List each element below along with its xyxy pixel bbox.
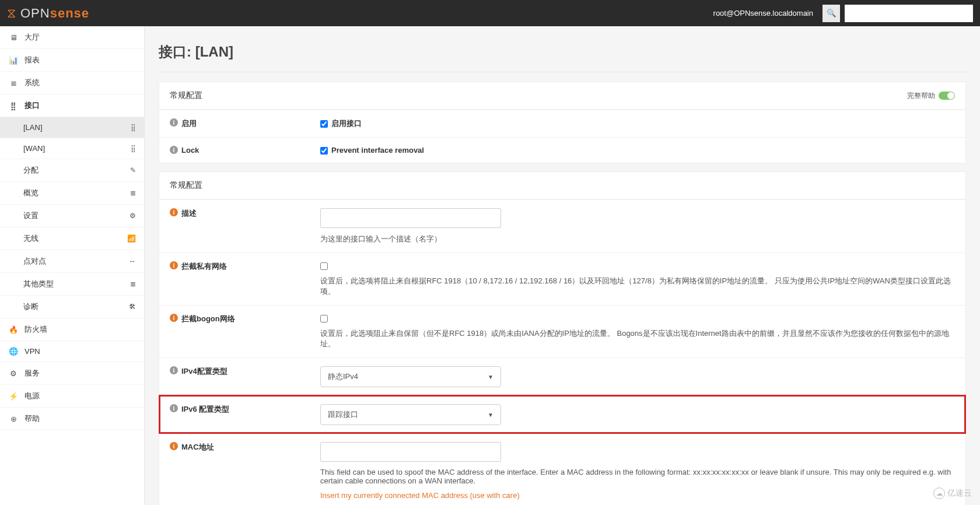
info-icon[interactable]: i [170,314,178,322]
sub-label: 分配 [23,165,38,176]
ipv4-value: 静态IPv4 [328,371,358,382]
sidebar-item-services[interactable]: ⚙服务 [0,362,144,385]
list-icon: ≣ [130,280,136,288]
desktop-icon: 🖥 [8,33,19,42]
gear-icon: ⚙ [8,369,19,378]
sub-label: 概览 [23,188,38,198]
search-button[interactable]: 🔍 [822,5,840,22]
page-title: 接口: [LAN] [159,37,966,72]
sub-label: 其他类型 [23,279,54,289]
info-icon[interactable]: i [170,208,178,216]
mac-input[interactable] [320,442,501,462]
content: 接口: [LAN] 常规配置 完整帮助 i启用 启用接口 iLock Preve… [145,26,980,505]
row-block-bogon: i拦截bogon网络 设置后，此选项阻止来自保留（但不是RFC 1918）或尚未… [159,305,965,357]
panel-header: 常规配置 完整帮助 [159,82,965,110]
logo[interactable]: ⧖ OPNsense [7,6,89,21]
sidebar-sub-settings[interactable]: 设置⚙ [0,205,144,227]
lifebuoy-icon: ⊕ [8,415,19,423]
watermark-text: 亿速云 [947,488,972,499]
sub-label: 诊断 [23,301,38,312]
row-enable: i启用 启用接口 [159,110,965,137]
description-input[interactable] [320,208,501,228]
sidebar-item-reports[interactable]: 📊报表 [0,49,144,72]
chart-icon: 📊 [8,56,19,65]
sidebar-sub-wan[interactable]: [WAN]⣿ [0,138,144,159]
topbar: ⧖ OPNsense root@OPNsense.localdomain 🔍 [0,0,980,26]
list-icon: ≣ [130,189,136,197]
gear-icon: ⚙ [130,212,136,220]
brand-opn: OPN [20,6,50,20]
mac-insert-link[interactable]: Insert my currently connected MAC addres… [320,491,955,500]
sidebar-item-label: 电源 [24,391,40,401]
info-icon[interactable]: i [170,366,178,374]
enable-checkbox[interactable] [320,120,328,128]
sidebar-item-power[interactable]: ⚡电源 [0,385,144,408]
sitemap-icon: ⣿ [8,101,19,110]
caret-down-icon: ▼ [488,412,494,418]
sidebar-sub-wireless[interactable]: 无线📶 [0,227,144,250]
panel-header-label: 常规配置 [170,180,202,191]
sub-label: [LAN] [23,123,43,132]
sub-label: 无线 [23,233,38,244]
sidebar-item-label: 系统 [24,78,40,88]
block-bogon-hint: 设置后，此选项阻止来自保留（但不是RFC 1918）或尚未由IANA分配的IP地… [320,328,955,349]
topbar-right: root@OPNsense.localdomain 🔍 [713,5,973,22]
search-input[interactable] [845,5,973,22]
caret-down-icon: ▼ [488,374,494,380]
sidebar-item-help[interactable]: ⊕帮助 [0,408,144,430]
block-priv-checkbox[interactable] [320,262,328,270]
sidebar-item-lobby[interactable]: 🖥大厅 [0,26,144,49]
sitemap-icon: ⣿ [131,124,136,132]
lock-cb-label: Prevent interface removal [331,146,424,155]
panel-config: 常规配置 i描述 为这里的接口输入一个描述（名字） i拦截私有网络 设置后，此选… [159,171,966,505]
row-ipv4-type: iIPv4配置类型 静态IPv4 ▼ [159,357,965,395]
fullhelp-toggle[interactable] [939,92,955,100]
sidebar-item-label: 服务 [24,368,40,378]
exchange-icon: ↔ [129,257,136,265]
sidebar-item-label: VPN [24,347,40,356]
ipv6-select[interactable]: 跟踪接口 ▼ [320,404,501,425]
panel-header2: 常规配置 [159,172,965,199]
label-enable: 启用 [181,118,197,129]
user-label[interactable]: root@OPNsense.localdomain [713,9,813,17]
wrench-icon: 🛠 [129,303,136,311]
search-icon: 🔍 [827,9,836,17]
sidebar-item-firewall[interactable]: 🔥防火墙 [0,318,144,341]
sidebar-sub-assign[interactable]: 分配✎ [0,159,144,182]
lock-checkbox[interactable] [320,147,328,155]
block-bogon-checkbox[interactable] [320,315,328,322]
label-mac: MAC地址 [181,442,214,453]
fullhelp-label: 完整帮助 [907,91,935,101]
cloud-icon: ☁ [933,488,945,499]
label-block-priv: 拦截私有网络 [181,261,227,272]
ipv6-value: 跟踪接口 [328,409,358,420]
info-icon[interactable]: i [170,404,178,412]
sidebar-sub-ptp[interactable]: 点对点↔ [0,250,144,273]
label-ipv6: IPv6 配置类型 [181,404,229,415]
sidebar-sub-overview[interactable]: 概览≣ [0,182,144,205]
sidebar-sub-other[interactable]: 其他类型≣ [0,273,144,296]
sidebar-item-label: 报表 [24,55,40,65]
info-icon[interactable]: i [170,442,178,450]
fire-icon: 🔥 [8,325,19,334]
sidebar: 🖥大厅 📊报表 ≣系统 ⣿接口 [LAN]⣿ [WAN]⣿ 分配✎ 概览≣ 设置… [0,26,145,505]
sub-label: 设置 [23,211,38,221]
row-ipv6-type: iIPv6 配置类型 跟踪接口 ▼ [159,395,965,433]
mac-hint: This field can be used to spoof the MAC … [320,468,955,485]
sidebar-item-vpn[interactable]: 🌐VPN [0,341,144,362]
info-icon[interactable]: i [170,261,178,269]
sub-label: [WAN] [23,144,45,153]
sidebar-sub-diag[interactable]: 诊断🛠 [0,296,144,318]
sidebar-item-interfaces[interactable]: ⣿接口 [0,94,144,117]
brand-icon: ⧖ [7,6,16,21]
info-icon[interactable]: i [170,146,178,154]
label-desc: 描述 [181,208,197,219]
row-mac: iMAC地址 This field can be used to spoof t… [159,433,965,505]
ipv4-select[interactable]: 静态IPv4 ▼ [320,366,501,387]
sidebar-sub-lan[interactable]: [LAN]⣿ [0,117,144,138]
block-priv-hint: 设置后，此选项将阻止来自根据RFC 1918（10 / 8,172.16 / 1… [320,276,955,297]
info-icon[interactable]: i [170,118,178,127]
row-block-private: i拦截私有网络 设置后，此选项将阻止来自根据RFC 1918（10 / 8,17… [159,253,965,305]
sidebar-item-system[interactable]: ≣系统 [0,72,144,94]
panel-header-label: 常规配置 [170,90,202,101]
